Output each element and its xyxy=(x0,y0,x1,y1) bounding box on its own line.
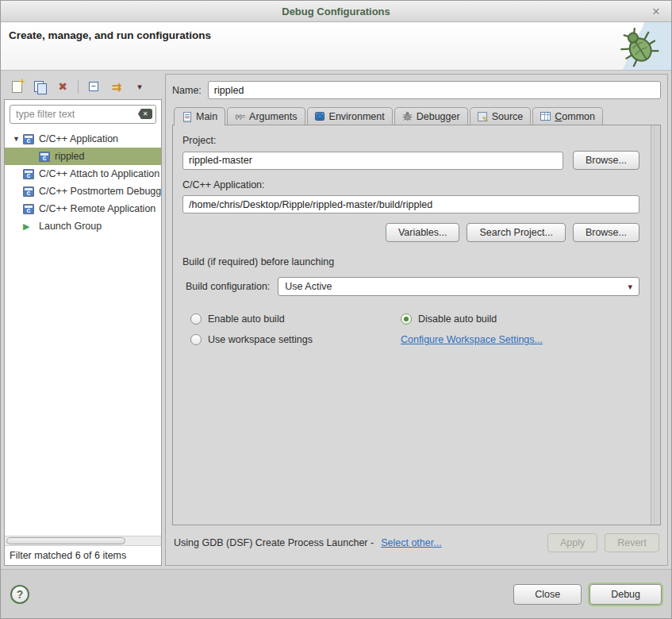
copy-icon xyxy=(34,81,46,93)
radio-label: Disable auto build xyxy=(418,313,497,325)
tree-item-cpp-attach[interactable]: C/C++ Attach to Application xyxy=(5,165,161,183)
search-project-button[interactable]: Search Project... xyxy=(467,223,565,242)
new-configuration-button[interactable] xyxy=(9,79,25,94)
delete-icon: ✖ xyxy=(58,81,67,92)
name-input[interactable] xyxy=(208,81,661,99)
radio-label: Use workspace settings xyxy=(208,334,313,345)
filter-launch-configurations-button[interactable]: ⇉ xyxy=(109,79,125,94)
tree-item-label: C/C++ Postmortem Debugger xyxy=(39,186,161,197)
tab-main[interactable]: Main xyxy=(174,107,225,125)
tree-item-cpp-remote[interactable]: C/C++ Remote Application xyxy=(5,200,161,217)
tree-item-cpp-application[interactable]: ▼ C/C++ Application xyxy=(5,130,161,148)
main-area: ✖ − ⇉ ▾ ✕ ▼ C/C++ Application xyxy=(1,71,671,569)
project-browse-button[interactable]: Browse... xyxy=(573,151,639,170)
revert-button[interactable]: Revert xyxy=(605,533,659,552)
source-icon xyxy=(478,111,488,121)
chevron-down-icon: ▾ xyxy=(628,282,632,292)
configurations-tree: ▼ C/C++ Application rippled C/C++ Attach… xyxy=(5,129,161,534)
tree-item-label: Launch Group xyxy=(39,221,102,232)
apply-button[interactable]: Apply xyxy=(547,533,597,552)
tree-item-cpp-postmortem[interactable]: C/C++ Postmortem Debugger xyxy=(5,183,161,200)
tab-label: Debugger xyxy=(417,111,460,122)
build-configuration-select[interactable]: Use Active ▾ xyxy=(278,277,639,296)
collapse-all-button[interactable]: − xyxy=(86,79,102,94)
name-row: Name: xyxy=(172,81,661,99)
auto-build-options: Enable auto build Disable auto build Use… xyxy=(190,313,611,345)
new-document-icon xyxy=(12,81,22,93)
filter-icon: ⇉ xyxy=(112,81,122,93)
tab-debugger[interactable]: Debugger xyxy=(394,107,468,125)
filter-match-status: Filter matched 6 of 6 items xyxy=(5,546,161,565)
chevron-down-icon: ▾ xyxy=(137,83,142,91)
c-application-icon xyxy=(23,134,34,144)
name-label: Name: xyxy=(172,85,202,96)
radio-selected-icon[interactable] xyxy=(401,313,412,325)
table-icon xyxy=(540,111,551,121)
tree-item-rippled[interactable]: rippled xyxy=(5,148,161,165)
project-label: Project: xyxy=(182,135,639,146)
radio-unselected-icon[interactable] xyxy=(190,334,202,345)
sidebar-toolbar: ✖ − ⇉ ▾ xyxy=(4,74,162,99)
tab-label: Main xyxy=(196,111,217,122)
application-path-input[interactable] xyxy=(182,195,639,213)
title-bar: Debug Configurations ✕ xyxy=(1,1,671,22)
tab-label: Source xyxy=(492,111,524,122)
tab-environment[interactable]: Environment xyxy=(307,107,393,125)
tab-label: Environment xyxy=(329,111,385,122)
application-browse-button[interactable]: Browse... xyxy=(573,223,639,242)
delete-configuration-button[interactable]: ✖ xyxy=(55,79,71,94)
tree-item-label: C/C++ Application xyxy=(39,133,118,144)
launcher-text: Using GDB (DSF) Create Process Launcher … xyxy=(174,537,374,548)
filter-input[interactable] xyxy=(10,105,156,124)
debug-configurations-dialog: Debug Configurations ✕ Create, manage, a… xyxy=(0,0,672,619)
vertical-scrollbar[interactable] xyxy=(651,125,660,525)
environment-icon xyxy=(315,111,325,121)
launch-group-icon: ▶ xyxy=(23,221,34,232)
help-icon[interactable]: ? xyxy=(10,585,29,604)
debugger-bug-icon xyxy=(402,111,413,121)
dialog-header: Create, manage, and run configurations xyxy=(1,22,671,71)
use-workspace-settings-option[interactable]: Use workspace settings xyxy=(190,334,401,345)
application-buttons-row: Variables... Search Project... Browse... xyxy=(182,223,639,242)
collapse-all-icon: − xyxy=(89,82,98,91)
application-label: C/C++ Application: xyxy=(182,179,639,190)
radio-unselected-icon[interactable] xyxy=(190,313,202,325)
tree-item-label: rippled xyxy=(55,151,85,162)
c-application-icon xyxy=(39,152,50,162)
radio-label: Enable auto build xyxy=(208,313,285,325)
tree-item-label: C/C++ Remote Application xyxy=(39,203,156,214)
sidebar: ✖ − ⇉ ▾ ✕ ▼ C/C++ Application xyxy=(4,74,162,566)
build-configuration-row: Build configuration: Use Active ▾ xyxy=(182,277,639,296)
tab-arguments[interactable]: (x)= Arguments xyxy=(227,107,305,125)
tab-source[interactable]: Source xyxy=(470,107,532,125)
launcher-status-row: Using GDB (DSF) Create Process Launcher … xyxy=(172,525,661,560)
configure-workspace-settings-link[interactable]: Configure Workspace Settings... xyxy=(401,334,543,345)
tab-label: Common xyxy=(555,111,595,122)
configurations-tree-panel: ✕ ▼ C/C++ Application rippled xyxy=(4,99,162,566)
window-close-icon[interactable]: ✕ xyxy=(649,5,663,19)
toolbar-separator xyxy=(78,79,79,94)
scrollbar-thumb[interactable] xyxy=(6,537,125,544)
project-input[interactable] xyxy=(182,152,563,170)
tree-item-label: C/C++ Attach to Application xyxy=(39,168,159,179)
header-title: Create, manage, and run configurations xyxy=(9,29,211,41)
build-section-label: Build (if required) before launching xyxy=(182,256,639,267)
window-title: Debug Configurations xyxy=(282,6,390,17)
select-other-link[interactable]: Select other... xyxy=(381,537,441,548)
duplicate-configuration-button[interactable] xyxy=(32,79,48,94)
view-menu-button[interactable]: ▾ xyxy=(132,79,148,94)
horizontal-scrollbar[interactable] xyxy=(5,536,161,546)
tab-common[interactable]: Common xyxy=(532,107,603,125)
disable-auto-build-option[interactable]: Disable auto build xyxy=(401,313,611,325)
configure-workspace-settings: Configure Workspace Settings... xyxy=(401,334,611,345)
project-row: Browse... xyxy=(182,151,639,170)
tab-label: Arguments xyxy=(249,111,297,122)
c-application-icon xyxy=(23,204,34,214)
enable-auto-build-option[interactable]: Enable auto build xyxy=(190,313,401,325)
arguments-icon: (x)= xyxy=(235,111,245,121)
tree-item-launch-group[interactable]: ▶ Launch Group xyxy=(5,217,161,235)
close-button[interactable]: Close xyxy=(513,584,582,605)
variables-button[interactable]: Variables... xyxy=(386,223,460,242)
debug-button[interactable]: Debug xyxy=(589,584,662,605)
expander-icon[interactable]: ▼ xyxy=(10,135,23,143)
